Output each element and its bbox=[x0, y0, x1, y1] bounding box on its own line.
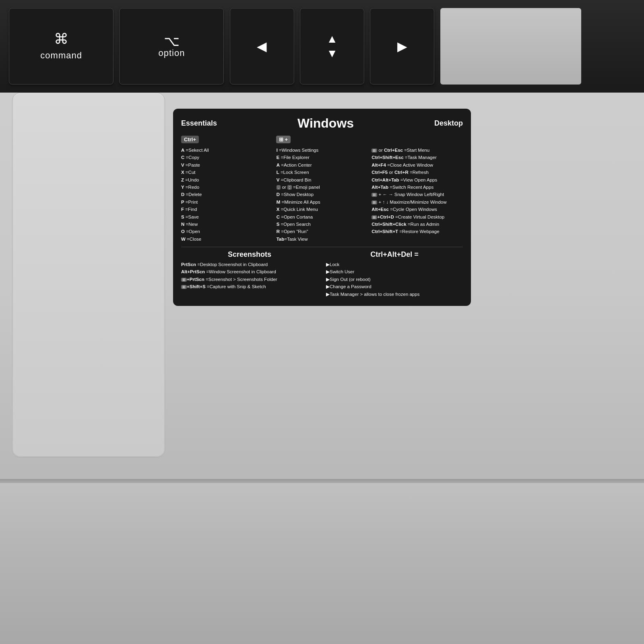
shortcut-d: D =Delete bbox=[181, 191, 272, 198]
win-plus-badge: ⊞ + bbox=[276, 136, 291, 143]
win-s: S =Open Search bbox=[277, 221, 368, 228]
win-a: A =Action Center bbox=[277, 161, 368, 169]
laptop-body: ⌘ command ⌥ option ◀ ▲ ▼ ▶ // We'll rend… bbox=[0, 0, 644, 483]
trackpad[interactable] bbox=[12, 93, 165, 458]
desktop-runadmin: Ctrl+Shift+Click =Run as Admin bbox=[372, 221, 463, 228]
desktop-restoreweb: Ctrl+Shift+T =Restore Webpage bbox=[372, 228, 463, 235]
desktop-maxmin: ⊞ + ↑ ↓ Maximize/Minimize Window bbox=[372, 198, 463, 206]
shortcut-v: V =Paste bbox=[181, 161, 272, 169]
alt-prtscn: Alt+PrtScn =Window Screenshot in Clipboa… bbox=[181, 268, 318, 275]
shortcut-z: Z =Undo bbox=[181, 176, 272, 184]
opt-label: option bbox=[158, 48, 185, 58]
win-r: R =Open "Run" bbox=[277, 228, 368, 235]
arrow-right-icon: ▶ bbox=[397, 39, 407, 54]
laptop-bottom bbox=[0, 483, 644, 644]
ctrl-alt-del-header: Ctrl+Alt+Del = bbox=[326, 250, 463, 259]
win-i: I =Windows Settings bbox=[277, 147, 368, 154]
bottom-section: Screenshots PrtScn =Desktop Screenshot i… bbox=[181, 247, 463, 298]
option-key: ⌥ option bbox=[119, 8, 224, 85]
cad-password: ▶Change a Password bbox=[326, 283, 463, 290]
speaker-grille: // We'll render dots via CSS in a div be… bbox=[587, 8, 635, 85]
desktop-title: Desktop bbox=[434, 119, 463, 128]
win-prtscn: ⊞+PrtScn =Screenshot > Screenshots Folde… bbox=[181, 276, 318, 283]
cad-signout: ▶Sign Out (or reboot) bbox=[326, 276, 463, 283]
win-c-cortana: C =Open Cortana bbox=[277, 213, 368, 221]
shortcut-y: Y =Redo bbox=[181, 184, 272, 191]
sticker-main-title: Windows bbox=[217, 116, 434, 131]
cad-lock: ▶Lock bbox=[326, 261, 463, 268]
win-e: E =File Explorer bbox=[277, 154, 368, 161]
keyboard-area: ⌘ command ⌥ option ◀ ▲ ▼ ▶ // We'll rend… bbox=[0, 0, 644, 93]
sticker-columns: A =Sekect All C =Copy V =Paste X =Cut Z … bbox=[181, 147, 463, 243]
shortcut-c: C =Copy bbox=[181, 154, 272, 161]
ctrl-plus-badge: Ctrl+ bbox=[181, 136, 199, 143]
arrow-right-key: ▶ bbox=[370, 8, 434, 85]
desktop-virtualdesktop: ⊞+Ctrl+D =Create Virtual Desktop bbox=[372, 213, 463, 221]
win-emoji: . or ; =Emoji panel bbox=[277, 184, 368, 191]
blank-key-area bbox=[440, 8, 581, 85]
arrow-down-icon: ▼ bbox=[326, 47, 338, 60]
sticker-header: Essentials Windows Desktop bbox=[181, 116, 463, 131]
shortcut-f: F =Find bbox=[181, 206, 272, 213]
desktop-cyclewindows: Alt+Esc =Cycle Open Windows bbox=[372, 206, 463, 213]
screenshots-header: Screenshots bbox=[181, 250, 318, 259]
cmd-label: command bbox=[40, 50, 82, 61]
ctrl-alt-del-col: Ctrl+Alt+Del = ▶Lock ▶Switch User ▶Sign … bbox=[326, 250, 463, 298]
shortcut-p: P =Print bbox=[181, 198, 272, 206]
win-v: V =Clipboard Bin bbox=[277, 176, 368, 184]
arrow-up-icon: ▲ bbox=[326, 33, 338, 45]
desktop-switchtabs: Alt+Tab =Switch Recent Apps bbox=[372, 184, 463, 191]
desktop-refresh: Ctrl+F5 or Ctrl+R =Refresh bbox=[372, 169, 463, 176]
shortcut-s: S =Save bbox=[181, 213, 272, 221]
cmd-symbol: ⌘ bbox=[54, 32, 68, 46]
windows-shortcut-sticker: Essentials Windows Desktop Ctrl+ ⊞ + A =… bbox=[173, 109, 471, 306]
win-d: D =Show Desktop bbox=[277, 191, 368, 198]
arrow-left-icon: ◀ bbox=[257, 39, 267, 54]
shortcut-x: X =Cut bbox=[181, 169, 272, 176]
cad-taskmanager: ▶Task Manager > allows to close frozen a… bbox=[326, 291, 463, 298]
desktop-viewapps: Ctrl+Alt+Tab =View Open Apps bbox=[372, 176, 463, 184]
prtscn: PrtScn =Desktop Screenshot in Clipboard bbox=[181, 261, 318, 268]
win-x: X =Quick Link Menu bbox=[277, 206, 368, 213]
shortcut-a: A =Sekect All bbox=[181, 147, 272, 154]
win-l: L =Lock Screen bbox=[277, 169, 368, 176]
shortcut-w: W =Close bbox=[181, 235, 272, 243]
desktop-snap: ⊞ + ← → Snap Window Left/Right bbox=[372, 191, 463, 198]
col-win-shortcuts: I =Windows Settings E =File Explorer A =… bbox=[277, 147, 368, 243]
shortcut-o: O =Open bbox=[181, 228, 272, 235]
shortcut-n: N =New bbox=[181, 221, 272, 228]
arrow-left-key: ◀ bbox=[230, 8, 294, 85]
shortcut-badges-row: Ctrl+ ⊞ + bbox=[181, 136, 463, 143]
essentials-title: Essentials bbox=[181, 119, 217, 128]
arrow-updown-key: ▲ ▼ bbox=[300, 8, 364, 85]
opt-symbol: ⌥ bbox=[164, 34, 180, 48]
command-key: ⌘ command bbox=[9, 8, 114, 85]
win-shift-s: ⊞+Shift+S =Capture with Snip & Sketch bbox=[181, 283, 318, 290]
col-essentials: A =Sekect All C =Copy V =Paste X =Cut Z … bbox=[181, 147, 272, 243]
desktop-startmenu: ⊞ or Ctrl+Esc =Start Menu bbox=[372, 147, 463, 154]
win-tab: Tab=Task View bbox=[277, 235, 368, 243]
screenshots-col: Screenshots PrtScn =Desktop Screenshot i… bbox=[181, 250, 318, 298]
col-desktop: ⊞ or Ctrl+Esc =Start Menu Ctrl+Shift+Esc… bbox=[372, 147, 463, 243]
desktop-taskmanager: Ctrl+Shift+Esc =Task Manager bbox=[372, 154, 463, 161]
win-m: M =Minimize All Apps bbox=[277, 198, 368, 206]
cad-switch: ▶Switch User bbox=[326, 268, 463, 275]
desktop-closewindow: Alt+F4 =Close Active Window bbox=[372, 161, 463, 169]
